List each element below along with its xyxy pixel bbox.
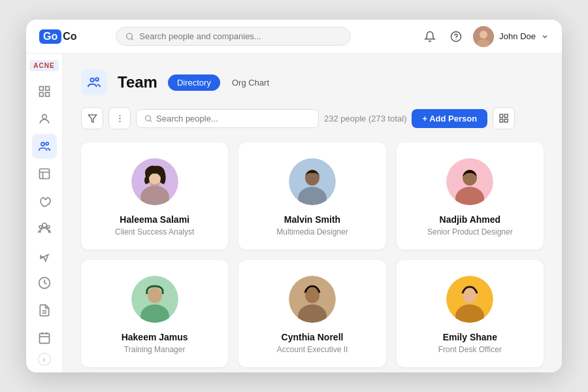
svg-line-32 [150, 120, 151, 121]
person-name-emily: Emily Shane [443, 332, 497, 342]
avatar-cynthia [289, 276, 336, 323]
svg-rect-14 [39, 169, 49, 178]
page-header: Team Directory Org Chart [81, 69, 544, 95]
chevron-down-icon [541, 33, 549, 41]
sidebar-item-timeoff[interactable] [32, 243, 57, 268]
svg-point-13 [46, 142, 48, 145]
sidebar-item-calendar[interactable] [32, 325, 57, 350]
person-name-haleema: Haleema Salami [120, 214, 189, 225]
svg-rect-8 [45, 86, 49, 90]
add-person-button[interactable]: + Add Person [412, 109, 487, 128]
sidebar: ACNE [26, 54, 63, 372]
options-button[interactable] [108, 107, 131, 129]
logo[interactable]: Go Co [39, 29, 77, 44]
toolbar: 232 people (273 total) + Add Person [81, 107, 544, 129]
svg-rect-33 [500, 114, 503, 118]
person-role-malvin: Multimedia Designer [276, 227, 348, 237]
svg-rect-10 [39, 93, 43, 97]
user-menu[interactable]: John Doe [473, 26, 549, 47]
person-card-emily[interactable]: Emily ShaneFront Desk Officer [397, 260, 544, 367]
svg-line-1 [131, 38, 133, 39]
search-icon-toolbar [144, 114, 152, 123]
notification-bell-button[interactable] [421, 27, 439, 46]
svg-point-26 [95, 78, 99, 81]
person-name-nadjib: Nadjib Ahmed [440, 214, 501, 225]
logo-co: Co [63, 31, 76, 42]
avatar-hakeem [131, 276, 178, 323]
page-header-icon [81, 69, 107, 95]
person-role-emily: Front Desk Officer [438, 345, 502, 354]
sidebar-item-reports[interactable] [32, 161, 57, 186]
sidebar-item-people[interactable] [32, 216, 57, 241]
svg-rect-34 [505, 114, 508, 118]
svg-rect-9 [45, 93, 49, 97]
sidebar-item-dashboard[interactable] [32, 79, 57, 104]
person-role-nadjib: Senior Product Designer [427, 227, 513, 237]
svg-point-49 [148, 287, 162, 303]
svg-point-30 [119, 120, 120, 122]
help-button[interactable] [447, 27, 465, 46]
grid-view-button[interactable] [493, 107, 515, 129]
avatar-emily [446, 276, 493, 323]
user-avatar [473, 26, 494, 47]
sidebar-item-team[interactable] [32, 134, 57, 159]
people-grid: Haleema SalamiClient Success Analyst Mal… [81, 142, 544, 367]
svg-point-28 [119, 115, 120, 116]
svg-point-17 [46, 226, 49, 229]
search-icon [125, 32, 134, 41]
people-count-label: 232 people (273 total) [324, 114, 406, 123]
page-title: Team [118, 73, 157, 91]
svg-point-15 [42, 223, 46, 228]
svg-point-5 [480, 31, 487, 39]
svg-point-12 [41, 142, 44, 146]
people-search-input[interactable] [156, 114, 310, 123]
main-content: Team Directory Org Chart [63, 54, 562, 372]
sidebar-item-documents[interactable] [32, 298, 57, 323]
company-badge[interactable]: ACNE [29, 60, 58, 71]
person-card-hakeem[interactable]: Hakeem JamusTraining Manager [81, 260, 228, 367]
svg-rect-36 [505, 119, 508, 122]
svg-rect-7 [39, 86, 43, 90]
sidebar-item-profile[interactable] [32, 106, 57, 131]
person-card-nadjib[interactable]: Nadjib AhmedSenior Product Designer [397, 142, 544, 250]
avatar-nadjib [446, 158, 493, 205]
person-name-hakeem: Hakeem Jamus [122, 332, 188, 342]
person-role-hakeem: Training Manager [124, 345, 186, 354]
svg-rect-35 [500, 119, 503, 122]
svg-point-29 [119, 118, 120, 119]
person-name-cynthia: Cynthia Norell [282, 332, 344, 342]
avatar-haleema [131, 158, 178, 205]
person-name-malvin: Malvin Smith [284, 214, 340, 225]
person-role-haleema: Client Success Analyst [115, 227, 194, 237]
person-card-malvin[interactable]: Malvin SmithMultimedia Designer [238, 142, 385, 250]
svg-rect-21 [39, 333, 49, 343]
tab-directory[interactable]: Directory [168, 74, 220, 91]
person-card-cynthia[interactable]: Cynthia NorellAccount Executive II [238, 260, 385, 367]
svg-point-11 [42, 114, 46, 119]
sidebar-item-benefits[interactable] [32, 189, 57, 214]
app-header: Go Co [26, 20, 562, 54]
filter-button[interactable] [81, 107, 103, 129]
svg-point-25 [91, 78, 95, 82]
global-search-bar[interactable] [116, 27, 351, 46]
sidebar-item-time[interactable] [32, 270, 57, 295]
logo-go: Go [39, 29, 61, 44]
sidebar-collapse-button[interactable]: ‹ [38, 353, 51, 366]
svg-point-16 [39, 226, 42, 229]
person-card-haleema[interactable]: Haleema SalamiClient Success Analyst [81, 142, 228, 250]
avatar-malvin [289, 158, 336, 205]
global-search-input[interactable] [139, 31, 341, 41]
people-search-bar[interactable] [136, 109, 319, 128]
tab-org-chart[interactable]: Org Chart [223, 74, 278, 91]
app-body: ACNE [26, 54, 562, 372]
header-right: John Doe [421, 26, 549, 47]
person-role-cynthia: Account Executive II [277, 345, 348, 354]
page-tabs: Directory Org Chart [168, 74, 278, 91]
svg-marker-27 [88, 114, 97, 122]
user-name-label: John Doe [499, 31, 536, 41]
